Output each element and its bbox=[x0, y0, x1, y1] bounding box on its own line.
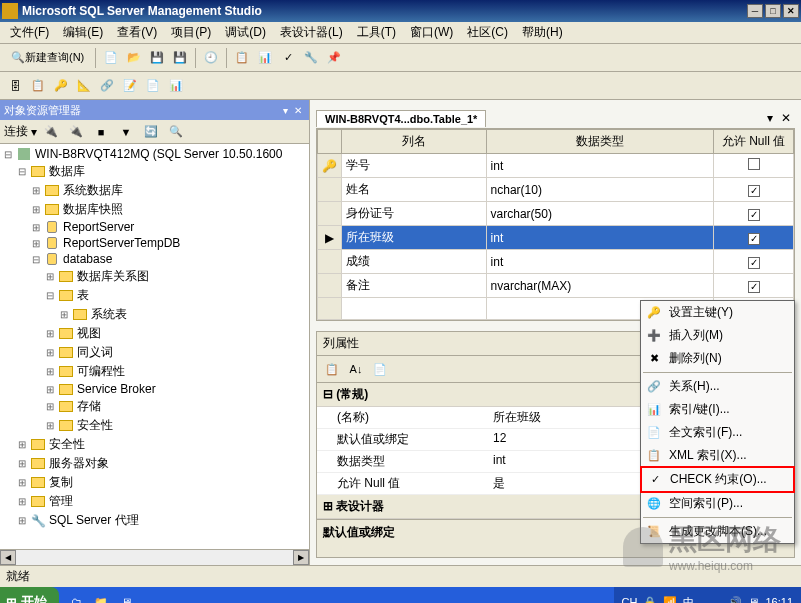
ctx-fulltext[interactable]: 📄全文索引(F)... bbox=[641, 421, 794, 444]
tree-sysdb[interactable]: ⊞系统数据库 bbox=[2, 181, 307, 200]
tab-close-icon[interactable]: ✕ bbox=[777, 111, 795, 125]
col-name-cell[interactable]: 成绩 bbox=[342, 250, 487, 274]
new-query-button[interactable]: 🔍 新建查询(N) bbox=[4, 47, 91, 69]
col-type-cell[interactable]: int bbox=[486, 250, 713, 274]
tab-dropdown-icon[interactable]: ▾ bbox=[763, 111, 777, 125]
tree-tables[interactable]: ⊟表 bbox=[2, 286, 307, 305]
ctx-script[interactable]: 📜生成更改脚本(S)... bbox=[641, 520, 794, 543]
lang-indicator[interactable]: CH bbox=[622, 596, 638, 603]
connect-button[interactable]: 🔌 bbox=[40, 121, 62, 143]
tree-security[interactable]: ⊞安全性 bbox=[2, 435, 307, 454]
db-button-4[interactable]: 📐 bbox=[73, 75, 95, 97]
ctx-relationships[interactable]: 🔗关系(H)... bbox=[641, 375, 794, 398]
hscrollbar[interactable]: ◀▶ bbox=[0, 549, 309, 565]
col-null-header[interactable]: 允许 Null 值 bbox=[714, 130, 794, 154]
menu-tools[interactable]: 工具(T) bbox=[351, 22, 402, 43]
menu-view[interactable]: 查看(V) bbox=[111, 22, 163, 43]
props-pages-icon[interactable]: 📄 bbox=[369, 358, 391, 380]
menu-edit[interactable]: 编辑(E) bbox=[57, 22, 109, 43]
null-checkbox[interactable]: ✓ bbox=[748, 185, 760, 197]
null-checkbox[interactable] bbox=[748, 158, 760, 170]
col-type-header[interactable]: 数据类型 bbox=[486, 130, 713, 154]
ctx-check-constraint[interactable]: ✓CHECK 约束(O)... bbox=[640, 466, 795, 493]
tree-serverobjects[interactable]: ⊞服务器对象 bbox=[2, 454, 307, 473]
tray-icon-1[interactable]: 🔒 bbox=[643, 596, 657, 604]
ctx-xml-index[interactable]: 📋XML 索引(X)... bbox=[641, 444, 794, 467]
activity-button[interactable]: 🕘 bbox=[200, 47, 222, 69]
menu-debug[interactable]: 调试(D) bbox=[219, 22, 272, 43]
tree-security-node[interactable]: ⊞安全性 bbox=[2, 416, 307, 435]
tool-button-3[interactable]: ✓ bbox=[277, 47, 299, 69]
null-checkbox[interactable]: ✓ bbox=[748, 209, 760, 221]
tool-button-4[interactable]: 🔧 bbox=[300, 47, 322, 69]
saveall-button[interactable]: 💾 bbox=[169, 47, 191, 69]
designer-tab[interactable]: WIN-B8RVQT4...dbo.Table_1* bbox=[316, 110, 486, 127]
props-categorized-icon[interactable]: 📋 bbox=[321, 358, 343, 380]
menu-community[interactable]: 社区(C) bbox=[461, 22, 514, 43]
task-icon-1[interactable]: 🗂 bbox=[65, 591, 87, 603]
menu-help[interactable]: 帮助(H) bbox=[516, 22, 569, 43]
col-name-cell[interactable]: 备注 bbox=[342, 274, 487, 298]
stop-button[interactable]: ■ bbox=[90, 121, 112, 143]
col-name-cell[interactable]: 姓名 bbox=[342, 178, 487, 202]
tree-systables[interactable]: ⊞系统表 bbox=[2, 305, 307, 324]
col-type-cell[interactable]: int bbox=[486, 226, 713, 250]
ctx-delete-col[interactable]: ✖删除列(N) bbox=[641, 347, 794, 370]
menu-project[interactable]: 项目(P) bbox=[165, 22, 217, 43]
task-icon-2[interactable]: 📁 bbox=[90, 591, 112, 603]
tree-agent[interactable]: ⊞🔧SQL Server 代理 bbox=[2, 511, 307, 530]
col-type-cell[interactable]: varchar(50) bbox=[486, 202, 713, 226]
tree-replication[interactable]: ⊞复制 bbox=[2, 473, 307, 492]
tray-icon-4[interactable]: 🖥 bbox=[748, 596, 759, 603]
tree-reportservertemp[interactable]: ⊞ReportServerTempDB bbox=[2, 235, 307, 251]
pushpin-icon[interactable]: ▾ bbox=[283, 105, 288, 116]
tray-icon-3[interactable]: 🔊 bbox=[728, 596, 742, 604]
ctx-insert-col[interactable]: ➕插入列(M) bbox=[641, 324, 794, 347]
tree-server[interactable]: ⊟WIN-B8RVQT412MQ (SQL Server 10.50.1600 bbox=[2, 146, 307, 162]
search-button[interactable]: 🔍 bbox=[165, 121, 187, 143]
open-button[interactable]: 📂 bbox=[123, 47, 145, 69]
tool-button-5[interactable]: 📌 bbox=[323, 47, 345, 69]
db-button-3[interactable]: 🔑 bbox=[50, 75, 72, 97]
close-panel-icon[interactable]: ✕ bbox=[294, 105, 302, 116]
connect-label[interactable]: 连接 bbox=[4, 123, 28, 140]
tree-synonyms[interactable]: ⊞同义词 bbox=[2, 343, 307, 362]
col-name-cell[interactable]: 身份证号 bbox=[342, 202, 487, 226]
ctx-set-pk[interactable]: 🔑设置主键(Y) bbox=[641, 301, 794, 324]
tree-storage[interactable]: ⊞存储 bbox=[2, 397, 307, 416]
tree-databases[interactable]: ⊟数据库 bbox=[2, 162, 307, 181]
filter-button[interactable]: ▼ bbox=[115, 121, 137, 143]
db-button-8[interactable]: 📊 bbox=[165, 75, 187, 97]
tree-management[interactable]: ⊞管理 bbox=[2, 492, 307, 511]
maximize-button[interactable]: □ bbox=[765, 4, 781, 18]
clock[interactable]: 16:11 bbox=[765, 596, 793, 603]
tray-icon-2[interactable]: 📶 bbox=[663, 596, 677, 604]
tree-diagrams[interactable]: ⊞数据库关系图 bbox=[2, 267, 307, 286]
save-button[interactable]: 💾 bbox=[146, 47, 168, 69]
tree-database[interactable]: ⊟database bbox=[2, 251, 307, 267]
col-name-cell[interactable]: 所在班级 bbox=[342, 226, 487, 250]
ctx-spatial[interactable]: 🌐空间索引(P)... bbox=[641, 492, 794, 515]
menu-window[interactable]: 窗口(W) bbox=[404, 22, 459, 43]
col-name-header[interactable]: 列名 bbox=[342, 130, 487, 154]
col-name-cell[interactable]: 学号 bbox=[342, 154, 487, 178]
close-button[interactable]: ✕ bbox=[783, 4, 799, 18]
tree-snapshots[interactable]: ⊞数据库快照 bbox=[2, 200, 307, 219]
null-checkbox[interactable]: ✓ bbox=[748, 281, 760, 293]
db-button-7[interactable]: 📄 bbox=[142, 75, 164, 97]
ime-indicator[interactable]: 中 bbox=[683, 595, 694, 604]
start-button[interactable]: ⊞ 开始 bbox=[0, 587, 59, 603]
col-type-cell[interactable]: nvarchar(MAX) bbox=[486, 274, 713, 298]
db-button-1[interactable]: 🗄 bbox=[4, 75, 26, 97]
null-checkbox[interactable]: ✓ bbox=[748, 233, 760, 245]
menu-designer[interactable]: 表设计器(L) bbox=[274, 22, 349, 43]
disconnect-button[interactable]: 🔌 bbox=[65, 121, 87, 143]
db-button-2[interactable]: 📋 bbox=[27, 75, 49, 97]
tool-button-1[interactable]: 📋 bbox=[231, 47, 253, 69]
tree-reportserver[interactable]: ⊞ReportServer bbox=[2, 219, 307, 235]
col-type-cell[interactable]: nchar(10) bbox=[486, 178, 713, 202]
refresh-button[interactable]: 🔄 bbox=[140, 121, 162, 143]
tree[interactable]: ⊟WIN-B8RVQT412MQ (SQL Server 10.50.1600 … bbox=[0, 144, 309, 549]
db-button-6[interactable]: 📝 bbox=[119, 75, 141, 97]
tree-servicebroker[interactable]: ⊞Service Broker bbox=[2, 381, 307, 397]
